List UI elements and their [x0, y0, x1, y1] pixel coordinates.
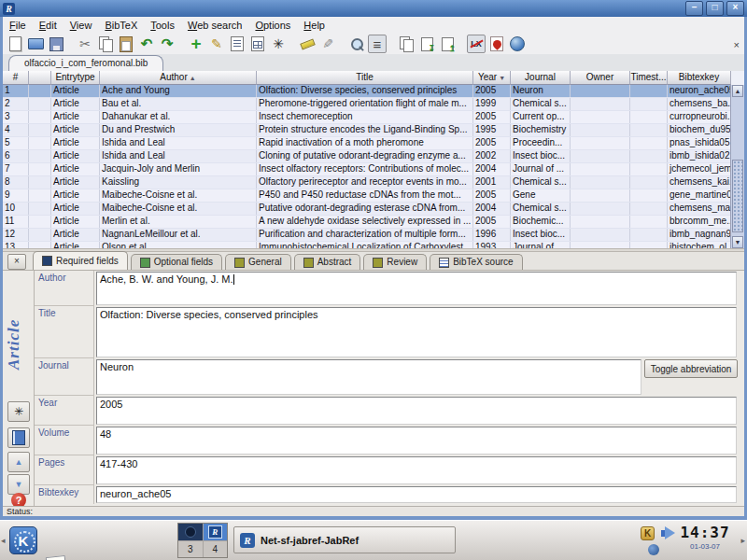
table-cell[interactable]: Ishida and Leal: [100, 150, 257, 162]
table-cell[interactable]: Journal of ...: [511, 242, 571, 248]
minimize-button[interactable]: –: [685, 1, 703, 16]
editor-tab-bibtex-source[interactable]: BibTeX source: [430, 254, 522, 270]
table-cell[interactable]: Maibeche-Coisne et al.: [100, 203, 257, 215]
edit-entry-button[interactable]: ✎: [207, 35, 226, 53]
table-cell[interactable]: [630, 216, 668, 228]
scroll-thumb[interactable]: [732, 160, 743, 232]
maximize-button[interactable]: □: [706, 1, 724, 16]
pager-desktop-3[interactable]: 3: [178, 541, 203, 558]
close-button[interactable]: ×: [726, 1, 744, 16]
table-cell[interactable]: 1995: [473, 124, 511, 136]
pager-desktop-1[interactable]: [178, 524, 203, 540]
panel-hide-right-icon[interactable]: ▸: [740, 536, 745, 545]
table-cell[interactable]: 7: [3, 163, 29, 175]
table-cell[interactable]: Insect bioc...: [511, 229, 571, 241]
table-cell[interactable]: Immunohistochemical Localization of Carb…: [257, 242, 473, 248]
panel-hide-left-icon[interactable]: ◂: [1, 536, 6, 545]
wrench-button[interactable]: ✳: [269, 35, 288, 53]
table-cell[interactable]: 10: [3, 203, 29, 215]
table-cell[interactable]: [630, 85, 668, 97]
table-cell[interactable]: [630, 98, 668, 110]
table-cell[interactable]: 2001: [473, 176, 511, 189]
table-cell[interactable]: Article: [51, 203, 100, 215]
table-cell[interactable]: Article: [51, 124, 100, 136]
table-cell[interactable]: Gene: [511, 189, 571, 202]
table-cell[interactable]: Chemical s...: [511, 203, 571, 215]
table-cell[interactable]: A new aldehyde oxidase selectively expre…: [257, 216, 473, 228]
table-cell[interactable]: Article: [51, 163, 100, 175]
table-cell[interactable]: [571, 163, 630, 175]
bibtexkey-input[interactable]: neuron_ache05: [96, 486, 737, 503]
column-header-journal[interactable]: Journal: [511, 71, 571, 85]
table-cell[interactable]: 2005: [473, 137, 511, 149]
table-cell[interactable]: [29, 150, 51, 162]
jabref-task-button[interactable]: R Net-sf-jabref-JabRef: [233, 526, 456, 553]
menu-options[interactable]: Options: [248, 20, 297, 31]
table-cell[interactable]: [630, 163, 668, 175]
table-cell[interactable]: 2005: [473, 189, 511, 202]
new-doc-button[interactable]: [6, 35, 24, 53]
table-cell[interactable]: Kaissling: [100, 176, 257, 189]
table-cell[interactable]: 3: [3, 111, 29, 123]
table-doc-button[interactable]: [248, 35, 267, 53]
text-doc-button[interactable]: [228, 35, 247, 53]
editor-tab-optional-fields[interactable]: Optional fields: [131, 254, 222, 270]
table-cell[interactable]: Article: [51, 85, 100, 97]
author-input[interactable]: Ache, B. W. and Young, J. M.: [96, 272, 737, 305]
menu-help[interactable]: Help: [297, 20, 331, 31]
table-cell[interactable]: [29, 137, 51, 149]
table-cell[interactable]: 8: [3, 176, 29, 189]
table-cell[interactable]: 1: [3, 85, 29, 97]
table-cell[interactable]: Article: [51, 242, 100, 248]
pdf-button[interactable]: [487, 35, 506, 53]
table-cell[interactable]: 2005: [473, 85, 511, 97]
web-button[interactable]: [508, 35, 527, 53]
table-cell[interactable]: [630, 176, 668, 189]
table-cell[interactable]: Olfactory perireceptor and receptor even…: [257, 176, 473, 189]
table-cell[interactable]: 5: [3, 137, 29, 149]
table-scrollbar[interactable]: ▲ ▼: [730, 85, 744, 248]
clock-applet[interactable]: 14:37 01-03-07: [678, 524, 732, 551]
table-cell[interactable]: Olfaction: Diverse species, conserved pr…: [257, 85, 473, 97]
table-cell[interactable]: 1993: [473, 242, 511, 248]
table-row[interactable]: 12ArticleNagnanLeMeillour et al.Purifica…: [3, 229, 731, 242]
pen-unmark-button[interactable]: ✎: [318, 35, 337, 53]
table-cell[interactable]: 2: [3, 98, 29, 110]
table-cell[interactable]: 1999: [473, 98, 511, 110]
table-cell[interactable]: chemsens_ba...: [668, 98, 731, 110]
table-cell[interactable]: Current op...: [511, 111, 571, 123]
paste-button[interactable]: [117, 35, 135, 53]
pager-desktop-2[interactable]: R: [204, 524, 228, 540]
table-cell[interactable]: 2002: [473, 150, 511, 162]
editor-close-button[interactable]: ×: [7, 254, 26, 270]
column-header-timest[interactable]: Timest...: [630, 71, 668, 85]
table-cell[interactable]: [29, 85, 51, 97]
table-cell[interactable]: Neuron: [511, 85, 571, 97]
table-cell[interactable]: [630, 229, 668, 241]
table-cell[interactable]: chemsens_kai...: [668, 176, 731, 189]
table-cell[interactable]: Article: [51, 176, 100, 189]
table-cell[interactable]: Biochemistry: [511, 124, 571, 136]
table-cell[interactable]: Dahanukar et al.: [100, 111, 257, 123]
table-row[interactable]: 5ArticleIshida and LealRapid inactivatio…: [3, 137, 731, 150]
table-cell[interactable]: [571, 98, 630, 110]
table-cell[interactable]: [571, 124, 630, 136]
table-cell[interactable]: [29, 216, 51, 228]
toggle-abbreviation-button[interactable]: Toggle abbreviation: [644, 359, 738, 378]
table-cell[interactable]: Article: [51, 189, 100, 202]
column-header-entrytype[interactable]: Entrytype: [51, 71, 100, 85]
table-cell[interactable]: 12: [3, 229, 29, 241]
table-row[interactable]: 1ArticleAche and YoungOlfaction: Diverse…: [3, 85, 731, 98]
table-cell[interactable]: NagnanLeMeillour et al.: [100, 229, 257, 241]
table-cell[interactable]: Article: [51, 98, 100, 110]
table-cell[interactable]: Ache and Young: [100, 85, 257, 97]
table-cell[interactable]: [29, 163, 51, 175]
table-cell[interactable]: Pheromone-triggered orientation flight o…: [257, 98, 473, 110]
copy-cite-button[interactable]: [397, 35, 416, 53]
table-cell[interactable]: Proceedin...: [511, 137, 571, 149]
table-row[interactable]: 11ArticleMerlin et al.A new aldehyde oxi…: [3, 216, 731, 229]
table-cell[interactable]: 2004: [473, 203, 511, 215]
lyx-button[interactable]: LX: [467, 35, 486, 53]
tray-klipper-icon[interactable]: K: [641, 526, 655, 540]
table-cell[interactable]: [630, 124, 668, 136]
